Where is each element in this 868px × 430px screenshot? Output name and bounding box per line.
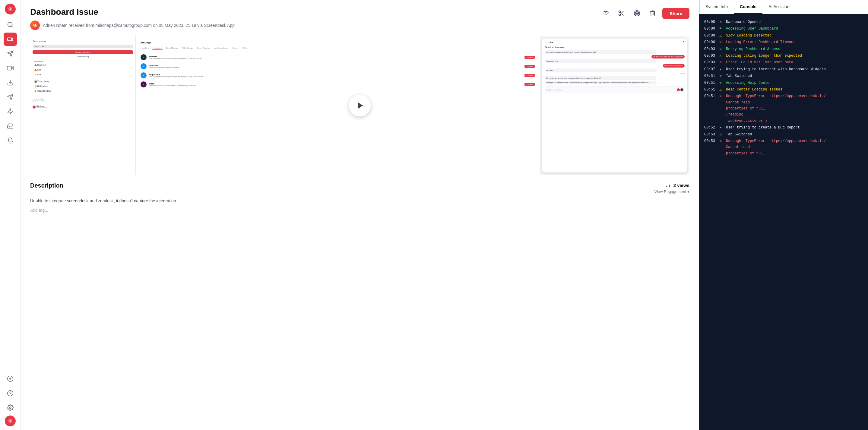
- console-tabs: System Info Console AI Assistant: [700, 0, 868, 14]
- svg-point-27: [636, 12, 639, 15]
- tab-system-info[interactable]: System Info: [700, 0, 734, 14]
- help-icon: [7, 390, 13, 397]
- sim-user: Mia ChapaPersonal Settings: [33, 105, 133, 109]
- sidebar-item-video[interactable]: [4, 62, 17, 75]
- sim-msg-4: I will contact you by email: [663, 64, 685, 67]
- sim-msg-7: Would you be able to send us a screen re…: [545, 81, 657, 85]
- view-engagement-btn[interactable]: View Engagement ▾: [654, 189, 689, 194]
- log-error-icon: ⊗: [718, 39, 723, 45]
- log-line: 00:03 ⊗ Error: Could not load user data: [704, 59, 863, 65]
- sim-msg-6: Do you get any specific error message wh…: [545, 76, 657, 80]
- add-tag-field[interactable]: Add tag...: [30, 208, 689, 213]
- sim-zendesk-btn[interactable]: Connect: [525, 56, 535, 59]
- log-error-icon: ⊗: [718, 93, 723, 99]
- tab-console[interactable]: Console: [734, 0, 763, 14]
- sim-sent: 📤 Sent: [33, 68, 133, 72]
- trash-icon: [649, 10, 656, 17]
- sim-intercom: I Intercom Send and receive recordings i…: [141, 63, 535, 69]
- sim-search: Search... ⌘K: [33, 45, 133, 48]
- svg-line-25: [620, 12, 622, 13]
- meta-text: Adrien Nhem received from miachapa@camut…: [43, 23, 235, 28]
- log-time: 00:51: [704, 80, 715, 86]
- video-sim-chat: 💬 Chat ⋮ Adrien from Screendesk As I con…: [542, 39, 687, 173]
- sim-slack-icon: S: [141, 82, 147, 87]
- log-time: 00:03: [704, 59, 715, 65]
- sidebar-item-send[interactable]: [4, 47, 17, 60]
- log-check-icon: ⊙: [718, 46, 723, 52]
- toolbar-scissors-btn[interactable]: [615, 7, 627, 19]
- sidebar-item-record[interactable]: [4, 33, 17, 46]
- sim-msg-2: Let me have a look. We will help you out…: [651, 55, 685, 59]
- video-player[interactable]: Screendesk Search... ⌘K Request recordin…: [30, 36, 689, 175]
- video-sim-main: Settings Members Integrations General Se…: [136, 36, 539, 175]
- sidebar-item-settings[interactable]: [4, 401, 17, 414]
- log-text: Accessing Help Center: [726, 80, 863, 86]
- sim-video-lib: 🎬 Video Library: [33, 79, 133, 84]
- log-arrow-icon: ↻: [718, 131, 723, 137]
- sidebar-item-help[interactable]: [4, 387, 17, 400]
- log-time: 00:07: [704, 66, 715, 72]
- log-line: 00:51 △ Help Center Loading Issues: [704, 87, 863, 93]
- log-time: 00:00: [704, 39, 715, 45]
- log-check-icon: ⊙: [718, 26, 723, 32]
- svg-point-28: [637, 13, 638, 14]
- settings-icon: [7, 404, 13, 411]
- sidebar-item-bell[interactable]: [4, 134, 17, 147]
- sim-agent-name: Adrien from Screendesk: [545, 46, 685, 49]
- sidebar-item-inbox[interactable]: [4, 119, 17, 133]
- bell-icon: [7, 137, 13, 144]
- sim-request-btn: Request recording: [33, 50, 133, 54]
- log-line: 00:53 ⊗ Uncaught TypeError: https://app.…: [704, 138, 863, 156]
- app-logo[interactable]: [5, 4, 16, 14]
- sim-tab-members: Members: [141, 47, 150, 50]
- log-warn-icon: △: [718, 33, 723, 39]
- description-text: Unable to integrate screendesk and zende…: [30, 197, 689, 204]
- svg-line-2: [11, 26, 13, 27]
- log-line: 00:52 ✦ User trying to create a Bug Repo…: [704, 125, 863, 130]
- sidebar-logo-bottom[interactable]: [5, 416, 16, 426]
- sim-intercom-content: Intercom Send and receive recordings in …: [149, 64, 522, 68]
- toolbar-delete-btn[interactable]: [647, 7, 659, 19]
- sim-helpscout-icon: H: [141, 72, 147, 79]
- log-text: Uncaught TypeError: https://app.screende…: [726, 93, 863, 124]
- log-line: 00:03 ⊙ Retrying Dashboard Access: [704, 46, 863, 52]
- sim-tab-live: Live Screensharing: [213, 47, 229, 50]
- share-button[interactable]: Share: [662, 8, 689, 19]
- log-text: Error: Could not load user data: [726, 59, 863, 65]
- toolbar-target-btn[interactable]: [631, 7, 643, 19]
- meta-bar: AN Adrien Nhem received from miachapa@ca…: [30, 21, 689, 30]
- sidebar-item-add[interactable]: [4, 372, 17, 386]
- tab-ai-assistant[interactable]: AI Assistant: [763, 0, 797, 14]
- sim-help: ❓ Help & Support: [33, 100, 133, 102]
- log-text: Retrying Dashboard Access: [726, 46, 863, 52]
- views-section: 2 views View Engagement ▾: [654, 182, 689, 194]
- sidebar-item-download[interactable]: [4, 76, 17, 89]
- description-section: Description 2 views View Engagement ▾ Un…: [30, 182, 689, 213]
- log-text: Slow Loading Detected: [726, 33, 863, 39]
- play-button[interactable]: [349, 95, 371, 116]
- sim-msg-3: Thank so much!: [545, 59, 657, 63]
- log-time: 00:51: [704, 93, 715, 99]
- sidebar-item-bolt[interactable]: [4, 105, 17, 118]
- sim-helpscout-btn[interactable]: Connect: [525, 74, 535, 77]
- sim-intercom-btn[interactable]: Connect: [525, 65, 535, 68]
- log-line: 00:00 ⊙ Accessing User Dashboard: [704, 26, 863, 32]
- sidebar-item-search[interactable]: [4, 18, 17, 31]
- log-line: 00:00 △ Slow Loading Detected: [704, 33, 863, 39]
- toolbar-wifi-btn[interactable]: [599, 7, 612, 19]
- log-text: Accessing User Dashboard: [726, 26, 863, 32]
- sim-slack-btn[interactable]: Connect: [525, 83, 535, 86]
- sim-app-name: Screendesk: [33, 40, 133, 42]
- log-time: 00:53: [704, 131, 715, 137]
- log-text: Tab Switched: [726, 73, 863, 79]
- log-line: 00:00 ⊗ Loading Error: Dashboard Timeout: [704, 39, 863, 45]
- sim-zendesk-desc: Start sending and receiving recordings d…: [149, 58, 522, 59]
- sim-chat-messages: As I continue to attempt to do it won't …: [545, 50, 685, 93]
- sim-msg-1: As I continue to attempt to do it won't …: [545, 50, 657, 54]
- log-line: 00:51 ⊗ Uncaught TypeError: https://app.…: [704, 93, 863, 124]
- sidebar-item-share[interactable]: [4, 90, 17, 104]
- svg-marker-29: [358, 102, 363, 109]
- svg-point-21: [619, 11, 621, 13]
- sim-slack-name: Slack: [149, 83, 522, 85]
- right-panel: System Info Console AI Assistant 00:00 ↻…: [699, 0, 868, 430]
